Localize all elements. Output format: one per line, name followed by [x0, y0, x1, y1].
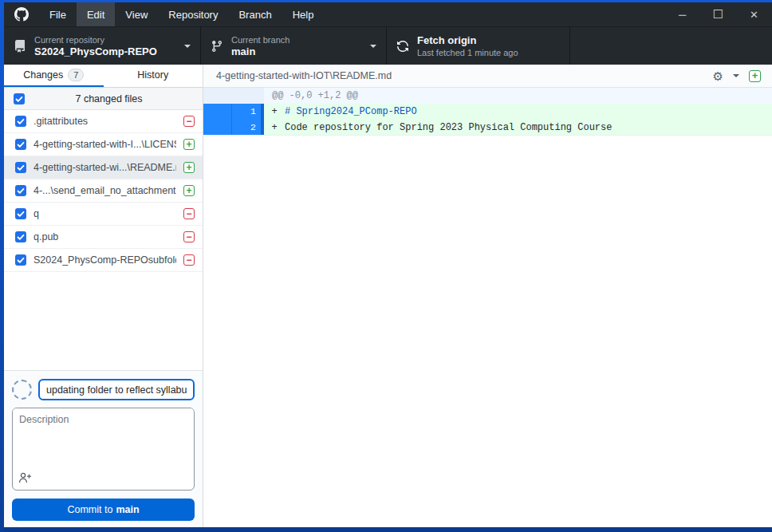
file-status-removed-icon	[183, 208, 195, 219]
file-status-removed-icon	[183, 231, 195, 242]
diff-added-row: 1 + # Spring2024_PComp-REPO	[203, 104, 772, 120]
file-checkbox[interactable]	[15, 162, 26, 173]
title-bar: File Edit View Repository Branch Help ─ …	[4, 2, 772, 26]
github-logo-icon	[4, 2, 39, 26]
file-checkbox[interactable]	[15, 185, 26, 196]
file-row[interactable]: 4-...\send_email_no_attachment.py	[4, 179, 203, 203]
toolbar-spacer	[570, 27, 772, 65]
file-row[interactable]: q.pub	[4, 226, 203, 249]
menu-edit-label: Edit	[87, 9, 104, 21]
current-branch-text: Current branch main	[231, 34, 364, 58]
diff-sign	[264, 88, 272, 104]
tab-history[interactable]: History	[104, 65, 203, 87]
menu-help-label: Help	[293, 9, 314, 21]
sidebar-tabbar: Changes 7 History	[4, 65, 203, 88]
fetch-origin-sublabel: Last fetched 1 minute ago	[417, 47, 560, 58]
file-checkbox[interactable]	[15, 116, 26, 127]
diff-added-row: 2 + Code repository for Spring 2023 Phys…	[203, 120, 772, 136]
file-added-indicator-icon	[749, 70, 761, 82]
menu-view-label: View	[125, 9, 148, 21]
file-row[interactable]: .gitattributes	[4, 110, 203, 133]
diff-header: 4-getting-started-with-IOT\README.md ⚙	[203, 65, 772, 88]
changes-count-badge: 7	[68, 69, 84, 81]
file-status-added-icon	[183, 185, 195, 196]
file-checkbox[interactable]	[15, 208, 26, 219]
fetch-origin-label: Fetch origin	[417, 34, 560, 47]
diff-file-path: 4-getting-started-with-IOT\README.md	[216, 70, 713, 81]
fetch-origin-button[interactable]: Fetch origin Last fetched 1 minute ago	[387, 27, 570, 65]
commit-description-input[interactable]	[13, 408, 194, 466]
diff-gutter-new[interactable]	[232, 88, 261, 104]
file-row[interactable]: S2024_PhysComp-REPOsubfolder	[4, 249, 203, 272]
minimize-icon: ─	[679, 9, 686, 21]
menu-help[interactable]: Help	[282, 2, 325, 26]
repo-toolbar: Current repository S2024_PhysComp-REPO C…	[4, 26, 772, 65]
file-checkbox[interactable]	[15, 231, 26, 242]
menu-branch[interactable]: Branch	[228, 2, 282, 26]
current-repository-value: S2024_PhysComp-REPO	[34, 45, 178, 58]
maximize-button[interactable]: ☐	[700, 2, 736, 26]
maximize-icon: ☐	[713, 7, 723, 22]
chevron-down-icon	[184, 45, 191, 48]
file-checkbox[interactable]	[15, 139, 26, 150]
commit-summary-input[interactable]	[38, 379, 195, 400]
current-repository-button[interactable]: Current repository S2024_PhysComp-REPO	[4, 27, 201, 65]
changed-files-header: 7 changed files	[4, 88, 203, 110]
menu-repository-label: Repository	[168, 9, 218, 21]
file-status-removed-icon	[183, 116, 195, 127]
diff-gutter-old[interactable]	[203, 88, 232, 104]
file-name: 4-...\send_email_no_attachment.py	[33, 185, 176, 196]
current-branch-label: Current branch	[231, 34, 364, 45]
file-name: S2024_PhysComp-REPOsubfolder	[33, 254, 176, 266]
commit-button[interactable]: Commit to main	[12, 499, 195, 521]
minimize-button[interactable]: ─	[664, 2, 700, 26]
commit-button-prefix: Commit to	[67, 504, 112, 515]
menu-edit[interactable]: Edit	[77, 2, 115, 26]
diff-hunk-text: @@ -0,0 +1,2 @@	[272, 88, 358, 104]
file-name: .gitattributes	[33, 116, 176, 127]
diff-gutter-old[interactable]	[203, 120, 232, 135]
gear-icon: ⚙	[713, 70, 723, 82]
menu-file[interactable]: File	[39, 2, 77, 26]
current-repository-label: Current repository	[34, 34, 178, 45]
diff-line-text: Code repository for Spring 2023 Physical…	[285, 120, 612, 135]
menu-repository[interactable]: Repository	[158, 2, 228, 26]
commit-description-box	[12, 408, 195, 491]
file-row[interactable]: 4-getting-started-wi...\README.md	[4, 156, 203, 179]
diff-sign: +	[264, 104, 285, 120]
file-name: 4-getting-started-with-I...\LICENSE	[33, 139, 176, 150]
menu-file-label: File	[49, 9, 66, 21]
diff-options-button[interactable]: ⚙	[713, 70, 739, 82]
titlebar-spacer	[324, 2, 664, 26]
changes-sidebar: Changes 7 History 7 changed files .gitat…	[4, 65, 203, 527]
diff-line-text: # Spring2024_PComp-REPO	[285, 104, 417, 120]
diff-gutter-new[interactable]: 1	[232, 104, 261, 120]
file-list-empty-area	[4, 272, 203, 370]
menu-view[interactable]: View	[115, 2, 158, 26]
current-branch-value: main	[231, 45, 364, 58]
diff-gutter-new[interactable]: 2	[232, 120, 261, 135]
file-checkbox[interactable]	[15, 254, 26, 266]
current-branch-button[interactable]: Current branch main	[201, 27, 387, 65]
tab-history-label: History	[137, 69, 168, 81]
file-row[interactable]: q	[4, 203, 203, 226]
add-coauthor-button[interactable]	[18, 471, 34, 485]
diff-gutter-old[interactable]	[203, 104, 232, 120]
close-button[interactable]: ✕	[736, 2, 772, 26]
chevron-down-icon	[733, 74, 739, 77]
file-name: q.pub	[33, 231, 176, 242]
avatar	[12, 380, 32, 400]
file-status-added-icon	[183, 139, 195, 150]
menu-branch-label: Branch	[238, 9, 271, 21]
window-border-left	[0, 0, 4, 532]
select-all-checkbox[interactable]	[14, 93, 25, 104]
diff-hunk-row: @@ -0,0 +1,2 @@	[203, 88, 772, 104]
diff-pane: 4-getting-started-with-IOT\README.md ⚙	[203, 65, 772, 527]
tab-changes[interactable]: Changes 7	[4, 65, 104, 87]
diff-hunk-content: @@ -0,0 +1,2 @@	[264, 88, 772, 104]
chevron-down-icon	[370, 45, 376, 48]
window-border-bottom	[0, 527, 772, 532]
commit-button-branch: main	[116, 504, 139, 515]
file-row[interactable]: 4-getting-started-with-I...\LICENSE	[4, 133, 203, 156]
current-repository-text: Current repository S2024_PhysComp-REPO	[34, 34, 178, 58]
